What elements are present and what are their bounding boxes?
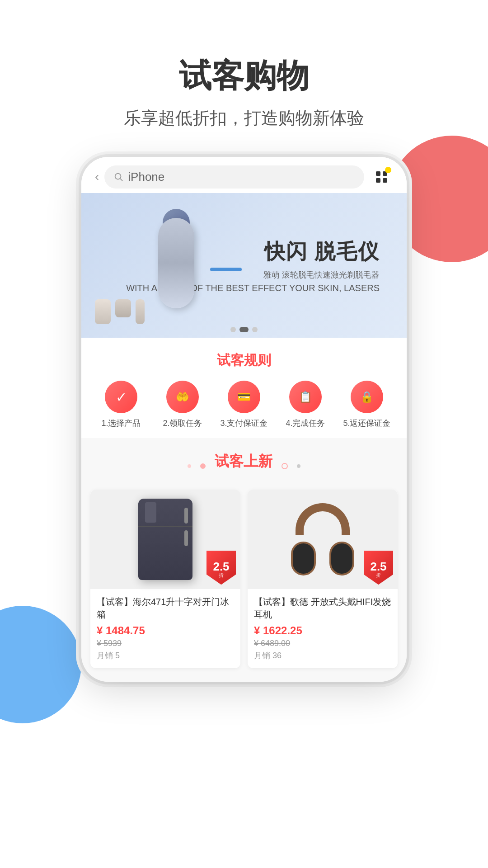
product-card-1[interactable]: 2.5 折 【试客】海尔471升十字对开门冰箱 ¥ 1484.75 ¥ 5939… <box>90 490 240 668</box>
products-grid: 2.5 折 【试客】海尔471升十字对开门冰箱 ¥ 1484.75 ¥ 5939… <box>90 490 398 668</box>
phone-mockup: ‹ iPhone <box>81 157 407 682</box>
menu-dot-3 <box>376 178 380 183</box>
phone-wrapper: ‹ iPhone <box>0 157 488 682</box>
product-badge-2: 2.5 折 <box>364 551 393 585</box>
banner-item-3 <box>136 299 145 324</box>
deco-dot-1 <box>188 464 191 468</box>
rule-label-2: 2.领取任务 <box>163 418 202 429</box>
rule-label-5: 5.返还保证金 <box>343 418 390 429</box>
rule-icon-4: 📋 <box>289 381 322 413</box>
section-title-decorations: 试客上新 <box>90 452 398 481</box>
rule-label-3: 3.支付保证金 <box>220 418 267 429</box>
device-accent <box>210 268 242 271</box>
banner-dots <box>230 327 258 332</box>
svg-line-1 <box>120 179 122 181</box>
deco-dot-4 <box>297 464 300 468</box>
hero-subtitle: 乐享超低折扣，打造购物新体验 <box>0 107 488 130</box>
product-price-2: ¥ 1622.25 <box>254 624 391 637</box>
product-image-1: 2.5 折 <box>90 490 240 589</box>
rule-step-3: 💳 3.支付保证金 <box>219 381 269 429</box>
new-arrivals-section: 试客上新 2.5 折 <box>81 438 407 682</box>
product-original-price-2: ¥ 6489.00 <box>254 639 391 648</box>
new-arrivals-title: 试客上新 <box>215 452 272 472</box>
banner-dot-1[interactable] <box>230 327 236 332</box>
search-bar[interactable]: iPhone <box>104 165 364 189</box>
deco-dot-3 <box>282 463 288 469</box>
badge-text-1: 折 <box>219 572 224 578</box>
product-info-1: 【试客】海尔471升十字对开门冰箱 ¥ 1484.75 ¥ 5939 月销 5 <box>90 589 240 668</box>
product-info-2: 【试客】歌德 开放式头戴HIFI发烧耳机 ¥ 1622.25 ¥ 6489.00… <box>248 589 398 668</box>
phone-topbar: ‹ iPhone <box>81 157 407 193</box>
banner-item-1 <box>95 299 111 324</box>
product-name-2: 【试客】歌德 开放式头戴HIFI发烧耳机 <box>254 595 391 621</box>
hp-band <box>296 503 350 535</box>
product-sales-1: 月销 5 <box>97 650 234 661</box>
fridge-illustration <box>138 499 192 580</box>
banner-items <box>95 299 145 324</box>
fridge-handle-bottom <box>184 530 188 546</box>
badge-text-2: 折 <box>376 572 381 578</box>
rule-icon-2: 🤲 <box>166 381 199 413</box>
banner-dot-2[interactable] <box>239 327 249 332</box>
notification-dot <box>385 167 391 173</box>
badge-number-2: 2.5 <box>370 561 386 572</box>
hero-section: 试客购物 乐享超低折扣，打造购物新体验 <box>0 0 488 148</box>
hero-title: 试客购物 <box>0 54 488 98</box>
svg-point-0 <box>115 174 121 179</box>
rule-step-2: 🤲 2.领取任务 <box>158 381 207 429</box>
product-sales-2: 月销 36 <box>254 650 391 661</box>
deco-dot-2 <box>200 463 206 469</box>
rule-step-4: 📋 4.完成任务 <box>281 381 330 429</box>
hp-ear-right <box>329 542 354 576</box>
banner-dot-3[interactable] <box>252 327 258 332</box>
product-badge-1: 2.5 折 <box>206 551 236 585</box>
menu-button[interactable] <box>370 165 393 189</box>
back-button[interactable]: ‹ <box>95 170 99 184</box>
fridge-panel <box>145 502 156 523</box>
badge-number-1: 2.5 <box>213 561 229 572</box>
rule-icon-3: 💳 <box>228 381 260 413</box>
rule-step-5: 🔒 5.返还保证金 <box>342 381 392 429</box>
product-price-1: ¥ 1484.75 <box>97 624 234 637</box>
menu-dot-1 <box>376 171 380 176</box>
rule-label-4: 4.完成任务 <box>286 418 325 429</box>
search-text: iPhone <box>128 170 164 184</box>
rule-icon-1: ✓ <box>105 381 137 413</box>
product-original-price-1: ¥ 5939 <box>97 639 234 648</box>
fridge-divider <box>138 526 192 527</box>
product-name-1: 【试客】海尔471升十字对开门冰箱 <box>97 595 234 621</box>
product-image-2: 2.5 折 <box>248 490 398 589</box>
rule-step-1: ✓ 1.选择产品 <box>96 381 146 429</box>
headphones-illustration <box>291 503 354 576</box>
rules-title: 试客规则 <box>90 351 398 370</box>
rule-label-1: 1.选择产品 <box>101 418 141 429</box>
rule-icon-5: 🔒 <box>351 381 383 413</box>
rules-section: 试客规则 ✓ 1.选择产品 🤲 2.领取任务 💳 3.支付保证金 📋 4.完成任… <box>81 338 407 438</box>
fridge-handle-top <box>184 508 188 524</box>
banner-item-2 <box>115 299 131 317</box>
menu-dot-4 <box>383 178 387 183</box>
product-card-2[interactable]: 2.5 折 【试客】歌德 开放式头戴HIFI发烧耳机 ¥ 1622.25 ¥ 6… <box>248 490 398 668</box>
device-body-part <box>158 218 194 308</box>
banner-section: 快闪 脱毛仪 雅萌 滚轮脱毛快速激光剃脱毛器 WITH A WHILE OF T… <box>81 193 407 338</box>
rules-steps: ✓ 1.选择产品 🤲 2.领取任务 💳 3.支付保证金 📋 4.完成任务 🔒 <box>90 381 398 429</box>
search-icon <box>113 172 123 182</box>
hp-ear-left <box>291 542 316 576</box>
